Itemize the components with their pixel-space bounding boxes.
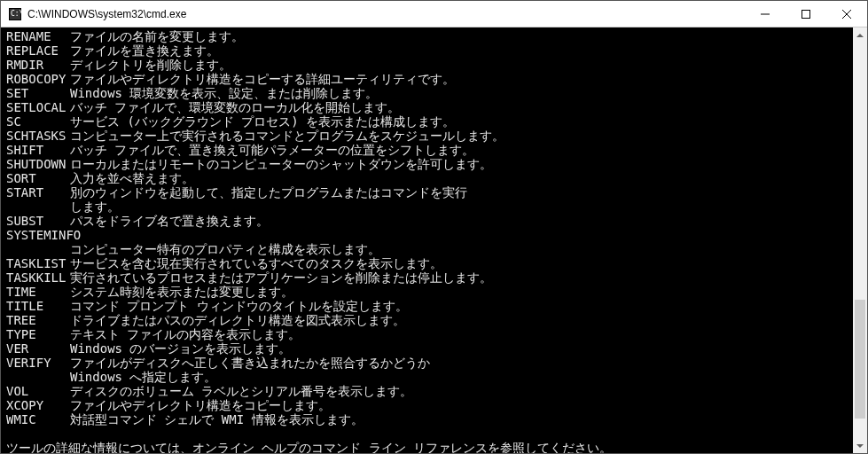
command-description: 入力を並べ替えます。 — [70, 171, 194, 185]
help-line: ROBOCOPYファイルやディレクトリ構造をコピーする詳細ユーティリティです。 — [6, 72, 862, 86]
svg-rect-4 — [802, 10, 810, 18]
command-description: パスをドライブ名で置き換えます。 — [70, 214, 269, 228]
command-description: システム時刻を表示または変更します。 — [70, 285, 293, 299]
command-name: ROBOCOPY — [6, 72, 70, 86]
window-title: C:\WINDOWS\system32\cmd.exe — [27, 8, 745, 20]
command-description: ドライブまたはパスのディレクトリ構造を図式表示します。 — [70, 313, 405, 327]
vertical-scrollbar[interactable] — [853, 27, 867, 453]
help-line: コンピューター特有のプロパティと構成を表示します。 — [6, 242, 862, 256]
command-description: 対話型コマンド シェルで WMI 情報を表示します。 — [70, 412, 364, 427]
help-line: TASKKILL実行されているプロセスまたはアプリケーションを削除または停止しま… — [6, 270, 862, 285]
help-line: SCサービス (バックグラウンド プロセス) を表示または構成します。 — [6, 114, 862, 129]
command-name: TIME — [6, 285, 70, 299]
help-line: SORT入力を並べ替えます。 — [6, 171, 862, 185]
command-name: RMDIR — [6, 58, 70, 72]
command-name — [6, 370, 70, 384]
command-name: WMIC — [6, 412, 70, 427]
maximize-icon — [802, 10, 810, 19]
help-line: TITLEコマンド プロンプト ウィンドウのタイトルを設定します。 — [6, 299, 862, 313]
help-line: SYSTEMINFO — [6, 228, 862, 242]
help-line: TIMEシステム時刻を表示または変更します。 — [6, 285, 862, 299]
help-line: SETLOCALバッチ ファイルで、環境変数のローカル化を開始します。 — [6, 100, 862, 114]
command-description: ローカルまたはリモートのコンピューターのシャットダウンを許可します。 — [70, 157, 492, 171]
command-name: SCHTASKS — [6, 129, 70, 143]
command-description: ファイルやディレクトリ構造をコピーする詳細ユーティリティです。 — [70, 72, 455, 86]
command-name: XCOPY — [6, 398, 70, 412]
help-line: START別のウィンドウを起動して、指定したプログラムまたはコマンドを実行 — [6, 185, 862, 200]
svg-marker-8 — [856, 444, 864, 448]
minimize-icon — [761, 10, 770, 19]
command-name: VOL — [6, 384, 70, 398]
svg-marker-7 — [856, 34, 864, 37]
command-description: サービス (バックグラウンド プロセス) を表示または構成します。 — [70, 114, 455, 129]
chevron-up-icon — [856, 34, 864, 37]
command-description: Windows 環境変数を表示、設定、または削除します。 — [70, 86, 378, 100]
command-name: TASKKILL — [6, 270, 70, 285]
command-name: SET — [6, 86, 70, 100]
help-line: SCHTASKSコンピューター上で実行されるコマンドとプログラムをスケジュールし… — [6, 129, 862, 143]
help-line: SUBSTパスをドライブ名で置き換えます。 — [6, 214, 862, 228]
command-description: Windows へ指定します。 — [70, 370, 216, 384]
command-name: TREE — [6, 313, 70, 327]
blank-line — [6, 427, 862, 441]
command-name: TASKLIST — [6, 256, 70, 270]
command-name: REPLACE — [6, 43, 70, 58]
command-description: コンピューター特有のプロパティと構成を表示します。 — [70, 242, 380, 256]
close-button[interactable] — [826, 1, 867, 27]
scroll-up-button[interactable] — [853, 27, 867, 43]
command-name: VERIFY — [6, 356, 70, 370]
help-line: TYPEテキスト ファイルの内容を表示します。 — [6, 327, 862, 341]
command-description: ファイルやディレクトリ構造をコピーします。 — [70, 398, 331, 412]
minimize-button[interactable] — [745, 1, 786, 27]
scrollbar-track[interactable] — [853, 43, 867, 438]
command-description: バッチ ファイルで、置き換え可能パラメーターの位置をシフトします。 — [70, 143, 474, 157]
help-line: します。 — [6, 200, 862, 214]
scroll-down-button[interactable] — [853, 438, 867, 453]
command-description: 実行されているプロセスまたはアプリケーションを削除または停止します。 — [70, 270, 492, 285]
command-name: SHUTDOWN — [6, 157, 70, 171]
command-name — [6, 200, 70, 214]
command-name: SYSTEMINFO — [6, 228, 70, 242]
command-description: ディレクトリを削除します。 — [70, 58, 231, 72]
command-name: SORT — [6, 171, 70, 185]
command-name: TITLE — [6, 299, 70, 313]
command-name — [6, 242, 70, 256]
command-name: VER — [6, 341, 70, 356]
help-line: VERWindows のバージョンを表示します。 — [6, 341, 862, 356]
command-description: バッチ ファイルで、環境変数のローカル化を開始します。 — [70, 100, 400, 114]
help-line: Windows へ指定します。 — [6, 370, 862, 384]
terminal-output[interactable]: RENAMEファイルの名前を変更します。REPLACEファイルを置き換えます。R… — [1, 27, 867, 453]
command-description: ファイルを置き換えます。 — [70, 43, 219, 58]
help-line: TASKLISTサービスを含む現在実行されているすべてのタスクを表示します。 — [6, 256, 862, 270]
help-line: SHUTDOWNローカルまたはリモートのコンピューターのシャットダウンを許可しま… — [6, 157, 862, 171]
help-line: XCOPYファイルやディレクトリ構造をコピーします。 — [6, 398, 862, 412]
help-line: VERIFYファイルがディスクへ正しく書き込まれたかを照合するかどうか — [6, 356, 862, 370]
command-name: TYPE — [6, 327, 70, 341]
help-line: RMDIRディレクトリを削除します。 — [6, 58, 862, 72]
help-line: TREEドライブまたはパスのディレクトリ構造を図式表示します。 — [6, 313, 862, 327]
cmd-app-icon: C:\ — [8, 7, 22, 21]
titlebar[interactable]: C:\ C:\WINDOWS\system32\cmd.exe — [1, 1, 867, 27]
help-line: SETWindows 環境変数を表示、設定、または削除します。 — [6, 86, 862, 100]
help-line: VOLディスクのボリューム ラベルとシリアル番号を表示します。 — [6, 384, 862, 398]
command-description: サービスを含む現在実行されているすべてのタスクを表示します。 — [70, 256, 442, 270]
cmd-window: C:\ C:\WINDOWS\system32\cmd.exe RENAMEファ… — [0, 0, 868, 454]
command-name: START — [6, 185, 70, 200]
chevron-down-icon — [856, 444, 864, 448]
command-description: ディスクのボリューム ラベルとシリアル番号を表示します。 — [70, 384, 412, 398]
command-description: ファイルの名前を変更します。 — [70, 29, 244, 43]
command-name: SHIFT — [6, 143, 70, 157]
help-line: SHIFTバッチ ファイルで、置き換え可能パラメーターの位置をシフトします。 — [6, 143, 862, 157]
close-icon — [842, 10, 851, 19]
help-line: WMIC対話型コマンド シェルで WMI 情報を表示します。 — [6, 412, 862, 427]
command-name: SETLOCAL — [6, 100, 70, 114]
command-description: コマンド プロンプト ウィンドウのタイトルを設定します。 — [70, 299, 408, 313]
help-footer: ツールの詳細な情報については、オンライン ヘルプのコマンド ライン リファレンス… — [6, 441, 862, 453]
scrollbar-thumb[interactable] — [855, 300, 865, 419]
help-line: REPLACEファイルを置き換えます。 — [6, 43, 862, 58]
command-description: ファイルがディスクへ正しく書き込まれたかを照合するかどうか — [70, 356, 430, 370]
command-description: Windows のバージョンを表示します。 — [70, 341, 291, 356]
help-line: RENAMEファイルの名前を変更します。 — [6, 29, 862, 43]
command-name: RENAME — [6, 29, 70, 43]
maximize-button[interactable] — [786, 1, 826, 27]
